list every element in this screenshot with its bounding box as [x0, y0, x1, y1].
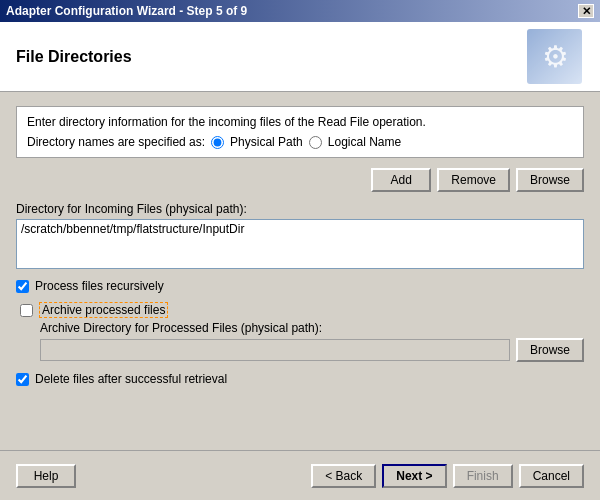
- dir-value: /scratch/bbennet/tmp/flatstructure/Input…: [21, 222, 579, 236]
- info-line1: Enter directory information for the inco…: [27, 115, 573, 129]
- add-button[interactable]: Add: [371, 168, 431, 192]
- archive-dir-group: Archive Directory for Processed Files (p…: [20, 321, 584, 362]
- gear-icon: ⚙: [524, 27, 584, 87]
- window-body: File Directories ⚙ Enter directory infor…: [0, 22, 600, 500]
- archive-checkbox-row: Archive processed files: [20, 303, 584, 317]
- dir-group: Directory for Incoming Files (physical p…: [16, 202, 584, 269]
- title-bar: Adapter Configuration Wizard - Step 5 of…: [0, 0, 600, 22]
- header-area: File Directories ⚙: [0, 22, 600, 92]
- delete-files-row: Delete files after successful retrieval: [16, 372, 584, 386]
- content-area: Enter directory information for the inco…: [0, 92, 600, 450]
- back-button[interactable]: < Back: [311, 464, 376, 488]
- action-buttons-row: Add Remove Browse: [16, 168, 584, 192]
- process-files-label[interactable]: Process files recursively: [35, 279, 164, 293]
- finish-button[interactable]: Finish: [453, 464, 513, 488]
- dir-label: Directory for Incoming Files (physical p…: [16, 202, 584, 216]
- archive-inner: Browse: [40, 338, 584, 362]
- radio-row: Directory names are specified as: Physic…: [27, 135, 573, 149]
- archive-files-label[interactable]: Archive processed files: [39, 303, 168, 317]
- footer-right: < Back Next > Finish Cancel: [311, 464, 584, 488]
- archive-files-checkbox[interactable]: [20, 304, 33, 317]
- process-files-checkbox[interactable]: [16, 280, 29, 293]
- logical-name-label[interactable]: Logical Name: [328, 135, 401, 149]
- remove-button[interactable]: Remove: [437, 168, 510, 192]
- delete-files-label[interactable]: Delete files after successful retrieval: [35, 372, 227, 386]
- archive-section: Archive processed files Archive Director…: [16, 303, 584, 362]
- close-button[interactable]: ✕: [578, 4, 594, 18]
- physical-path-label[interactable]: Physical Path: [230, 135, 303, 149]
- browse-button[interactable]: Browse: [516, 168, 584, 192]
- cancel-button[interactable]: Cancel: [519, 464, 584, 488]
- dir-list[interactable]: /scratch/bbennet/tmp/flatstructure/Input…: [16, 219, 584, 269]
- archive-dir-label: Archive Directory for Processed Files (p…: [40, 321, 584, 335]
- help-button[interactable]: Help: [16, 464, 76, 488]
- physical-path-radio[interactable]: [211, 136, 224, 149]
- process-files-row: Process files recursively: [16, 279, 584, 293]
- info-box: Enter directory information for the inco…: [16, 106, 584, 158]
- logical-name-radio[interactable]: [309, 136, 322, 149]
- page-title: File Directories: [16, 48, 132, 66]
- archive-label-text: Archive processed files: [39, 302, 168, 318]
- radio-label: Directory names are specified as:: [27, 135, 205, 149]
- next-button[interactable]: Next >: [382, 464, 446, 488]
- archive-dir-input[interactable]: [40, 339, 510, 361]
- delete-files-checkbox[interactable]: [16, 373, 29, 386]
- footer: Help < Back Next > Finish Cancel: [0, 450, 600, 500]
- title-bar-text: Adapter Configuration Wizard - Step 5 of…: [6, 4, 247, 18]
- archive-browse-button[interactable]: Browse: [516, 338, 584, 362]
- svg-text:⚙: ⚙: [541, 40, 568, 73]
